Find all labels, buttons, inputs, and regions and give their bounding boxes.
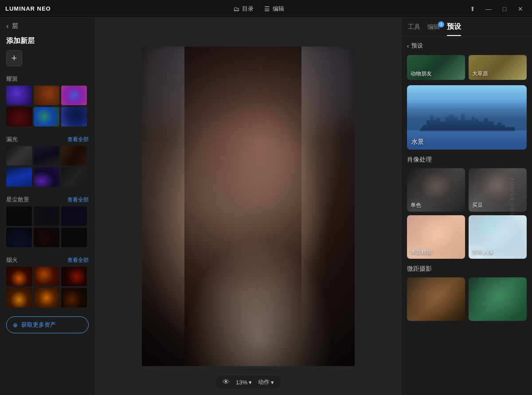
menu-edit[interactable]: ☰ 编辑 <box>264 5 284 13</box>
fireworks-grid <box>0 267 95 313</box>
menu-catalog[interactable]: 🗂 目录 <box>233 5 254 13</box>
preset-macro-1[interactable] <box>407 277 465 321</box>
macro-section-heading: 微距摄影 <box>407 265 527 273</box>
fire-thumb-6[interactable] <box>61 288 87 308</box>
stardust-thumb-1[interactable] <box>6 206 32 226</box>
leak-thumb-6[interactable] <box>61 167 87 187</box>
leak-thumb-2[interactable] <box>34 146 59 166</box>
preset-skin[interactable]: 本质精细 <box>407 215 465 259</box>
section-leak: 漏光 查看全部 <box>0 132 95 146</box>
edit-badge: 3 <box>438 21 444 28</box>
stardust-thumb-6[interactable] <box>61 228 87 247</box>
presets-back-label: 预设 <box>411 42 423 50</box>
fire-thumb-2[interactable] <box>34 267 59 286</box>
stardust-thumb-5[interactable] <box>34 228 59 247</box>
presets-back-icon: ‹ <box>407 43 409 49</box>
catalog-icon: 🗂 <box>233 5 239 12</box>
preset-grassland[interactable]: 大草原 <box>469 55 527 80</box>
titlebar-right: ⬆ — □ ✕ <box>466 3 527 15</box>
zoom-control[interactable]: 13% ▾ <box>236 379 252 386</box>
section-stardust-title: 星尘散景 <box>6 196 29 204</box>
presets-top-row: 动物朋友 大草原 <box>407 55 527 80</box>
flare-grid <box>0 86 95 132</box>
tab-presets[interactable]: 预设 <box>447 22 461 36</box>
stardust-thumb-2[interactable] <box>34 206 59 226</box>
titlebar: LUMINAR NEO 🗂 目录 ☰ 编辑 ⬆ — □ ✕ <box>0 0 532 18</box>
leak-thumb-3[interactable] <box>61 146 87 166</box>
section-flare: 耀斑 <box>0 71 95 86</box>
portrait-section-heading: 肖像处理 <box>407 156 527 164</box>
flare-thumb-6[interactable] <box>61 107 87 126</box>
photo-canvas[interactable] <box>142 47 355 366</box>
canvas-area: 👁 13% ▾ 动作 ▾ <box>95 18 401 395</box>
app-logo: LUMINAR NEO <box>5 5 51 12</box>
tab-tools[interactable]: 工具 <box>408 23 420 36</box>
titlebar-left: LUMINAR NEO <box>5 5 51 12</box>
section-stardust: 星尘散景 查看全部 <box>0 192 95 206</box>
edit-menu-icon: ☰ <box>264 5 270 12</box>
vignette-overlay <box>142 47 355 366</box>
leak-thumb-1[interactable] <box>6 146 32 166</box>
stardust-grid <box>0 206 95 253</box>
maximize-button[interactable]: □ <box>498 3 511 15</box>
canvas-toolbar: 👁 13% ▾ 动作 ▾ <box>215 375 281 389</box>
minimize-button[interactable]: — <box>482 3 495 15</box>
back-arrow-icon[interactable]: ‹ <box>6 22 8 30</box>
zoom-percent: 13% <box>236 379 247 386</box>
preset-water-big[interactable]: 水景 <box>407 85 527 150</box>
preset-mono-label: 单色 <box>411 201 421 209</box>
flare-thumb-1[interactable] <box>6 86 32 105</box>
section-flare-title: 耀斑 <box>6 75 18 83</box>
add-layer-section: 添加新层 + <box>0 33 95 71</box>
preset-macro-2[interactable] <box>469 277 527 321</box>
section-fireworks-title: 烟火 <box>6 256 18 264</box>
panel-header: ‹ 层 <box>0 18 95 33</box>
get-more-label: 获取更多资产 <box>21 321 56 329</box>
preset-mono[interactable]: 单色 <box>407 168 465 212</box>
flare-thumb-2[interactable] <box>34 86 59 105</box>
preset-simple-label: 简单人像 <box>472 249 493 256</box>
preset-simple[interactable]: 简单人像 <box>469 215 527 259</box>
get-more-assets-button[interactable]: ⊕ 获取更多资产 <box>6 316 89 333</box>
flare-thumb-3[interactable] <box>61 86 87 105</box>
eye-icon[interactable]: 👁 <box>223 378 230 386</box>
portrait-presets-grid: 单色 买豆 本质精细 简单人像 <box>407 168 527 259</box>
add-layer-title: 添加新层 <box>6 36 89 46</box>
preset-animal[interactable]: 动物朋友 <box>407 55 465 80</box>
leak-thumb-5[interactable] <box>34 167 59 187</box>
left-panel: ‹ 层 添加新层 + 耀斑 漏光 查看全部 <box>0 18 95 395</box>
add-layer-button[interactable]: + <box>6 50 22 66</box>
tab-edit[interactable]: 编辑 3 <box>427 23 440 36</box>
fire-thumb-3[interactable] <box>61 267 87 286</box>
fireworks-view-all[interactable]: 查看全部 <box>67 257 89 264</box>
fire-thumb-1[interactable] <box>6 267 32 286</box>
leak-view-all[interactable]: 查看全部 <box>67 136 89 143</box>
right-tabs: 工具 编辑 3 预设 <box>402 18 532 36</box>
leak-thumb-4[interactable] <box>6 167 32 187</box>
preset-freckle-label: 买豆 <box>472 201 483 209</box>
right-panel-content: ‹ 预设 动物朋友 大草原 <box>402 36 532 395</box>
preset-skin-label: 本质精细 <box>411 249 432 256</box>
titlebar-center: 🗂 目录 ☰ 编辑 <box>233 5 284 13</box>
upload-button[interactable]: ⬆ <box>466 3 479 15</box>
stardust-thumb-4[interactable] <box>6 228 32 247</box>
section-fireworks: 烟火 查看全部 <box>0 253 95 267</box>
preset-grassland-label: 大草原 <box>472 70 488 78</box>
stardust-thumb-3[interactable] <box>61 206 87 226</box>
preset-animal-label: 动物朋友 <box>411 70 432 78</box>
flare-thumb-4[interactable] <box>6 107 32 126</box>
plus-icon: + <box>12 52 17 64</box>
get-more-icon: ⊕ <box>13 322 18 328</box>
close-button[interactable]: ✕ <box>514 3 527 15</box>
flare-thumb-5[interactable] <box>34 107 59 126</box>
presets-back-button[interactable]: ‹ 预设 <box>407 42 527 50</box>
stardust-view-all[interactable]: 查看全部 <box>67 196 89 204</box>
preset-freckle[interactable]: 买豆 <box>469 168 527 212</box>
action-arrow-icon: ▾ <box>271 379 274 386</box>
zoom-arrow-icon: ▾ <box>249 379 252 386</box>
fire-thumb-4[interactable] <box>6 288 32 308</box>
action-control[interactable]: 动作 ▾ <box>258 378 274 386</box>
fire-thumb-5[interactable] <box>34 288 59 308</box>
leak-grid <box>0 146 95 192</box>
main-layout: ‹ 层 添加新层 + 耀斑 漏光 查看全部 <box>0 18 532 395</box>
